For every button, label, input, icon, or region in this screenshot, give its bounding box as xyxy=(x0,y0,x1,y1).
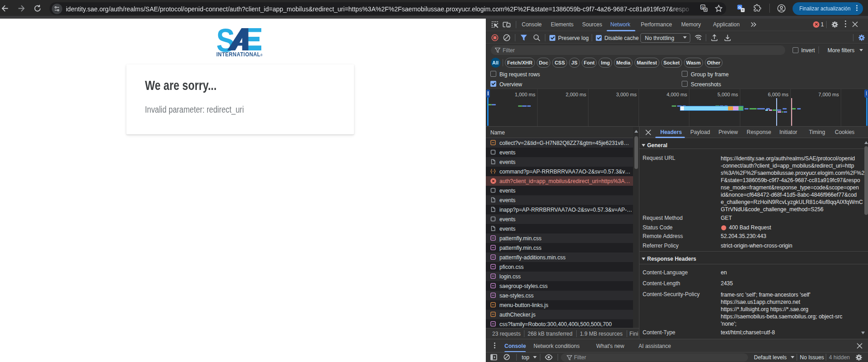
svg-text:G: G xyxy=(738,5,741,10)
